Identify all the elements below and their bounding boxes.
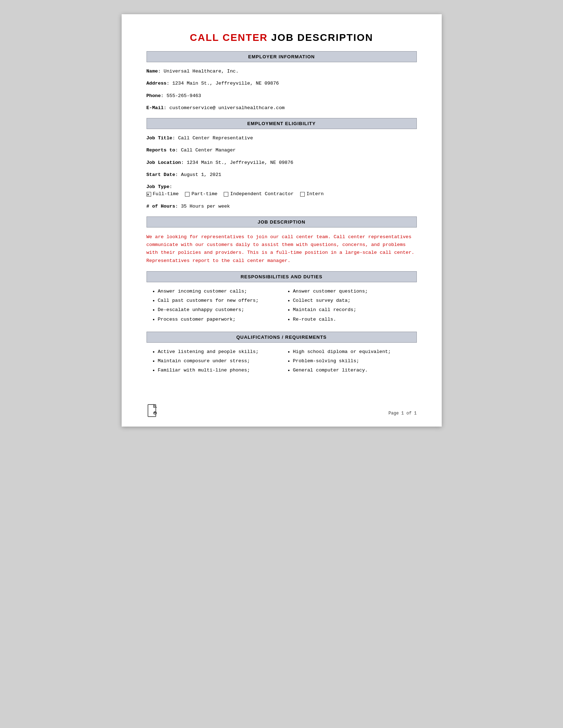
start-date-value: August 1, 2021 [181,172,221,177]
hours-value: 35 Hours per week [181,204,230,209]
address-value: 1234 Main St., Jeffreyville, NE 09876 [172,81,279,86]
list-item: General computer literacy. [293,367,417,374]
list-item: Re-route calls. [293,316,417,323]
list-item: Familiar with multi-line phones; [158,367,282,374]
responsibilities-list: Answer incoming customer calls; Call pas… [147,288,417,325]
list-item: Call past customers for new offers; [158,297,282,304]
list-item: High school diploma or equivalent; [293,348,417,355]
responsibilities-left-list: Answer incoming customer calls; Call pas… [150,288,282,323]
document-page: CALL CENTER JOB DESCRIPTION EMPLOYER INF… [122,14,442,427]
fulltime-checkbox[interactable] [147,192,151,197]
name-colon: : [158,69,164,74]
employer-info-section: EMPLOYER INFORMATION Name: Universal Hea… [147,51,417,112]
contractor-checkbox[interactable] [224,192,228,197]
phone-field-row: Phone: 555-265-9463 [147,92,417,100]
responsibilities-right-col: Answer customer questions; Collect surve… [282,288,417,325]
qualifications-right-col: High school diploma or equivalent; Probl… [282,348,417,376]
responsibilities-section: RESPONSIBILITIES AND DUTIES Answer incom… [147,271,417,325]
job-location-label: Job Location [147,160,181,165]
list-item: Collect survey data; [293,297,417,304]
employment-eligibility-section: EMPLOYMENT ELIGIBILITY Job Title: Call C… [147,118,417,210]
name-label: Name [147,69,158,74]
job-title-label: Job Title [147,135,172,141]
reports-to-field-row: Reports to: Call Center Manager [147,147,417,154]
qualifications-list: Active listening and people skills; Main… [147,348,417,376]
email-colon: : [164,105,169,111]
reports-to-value: Call Center Manager [181,148,236,153]
list-item: Problem-solving skills; [293,358,417,365]
fulltime-label: Full-time [153,191,179,198]
list-item: Active listening and people skills; [158,348,282,355]
email-value: customerservice@ universalhealthcare.com [169,105,285,111]
list-item: De-escalate unhappy customers; [158,306,282,314]
qualifications-right-list: High school diploma or equivalent; Probl… [285,348,417,374]
title-black: JOB DESCRIPTION [268,32,373,43]
name-field-row: Name: Universal Healthcare, Inc. [147,68,417,75]
page-number: Page 1 of 1 [388,411,416,416]
hours-label: # of Hours [147,204,175,209]
job-description-section: JOB DESCRIPTION We are looking for repre… [147,216,417,265]
job-description-text: We are looking for representatives to jo… [147,233,417,265]
name-value: Universal Healthcare, Inc. [164,69,239,74]
job-location-value: 1234 Main St., Jeffreyville, NE 09876 [187,160,293,165]
job-type-options: Full-time Part-time Independent Contract… [147,191,417,198]
employer-info-header: EMPLOYER INFORMATION [147,51,417,62]
list-item: Answer customer questions; [293,288,417,295]
intern-label: Intern [307,191,324,198]
qualifications-section: QUALIFICATIONS / REQUIREMENTS Active lis… [147,332,417,376]
start-date-field-row: Start Date: August 1, 2021 [147,171,417,178]
responsibilities-left-col: Answer incoming customer calls; Call pas… [147,288,282,325]
address-colon: : [166,81,172,86]
job-title-field-row: Job Title: Call Center Representative [147,135,417,142]
document-icon: e [147,403,159,418]
start-date-label: Start Date [147,172,175,177]
qualifications-header: QUALIFICATIONS / REQUIREMENTS [147,332,417,343]
list-item: Answer incoming customer calls; [158,288,282,295]
email-field-row: E-Mail: customerservice@ universalhealth… [147,105,417,112]
job-location-field-row: Job Location: 1234 Main St., Jeffreyvill… [147,159,417,166]
contractor-option: Independent Contractor [224,191,293,198]
intern-checkbox[interactable] [300,192,305,197]
contractor-label: Independent Contractor [230,191,293,198]
qualifications-left-col: Active listening and people skills; Main… [147,348,282,376]
phone-label: Phone [147,93,161,98]
phone-colon: : [161,93,166,98]
page-title: CALL CENTER JOB DESCRIPTION [147,32,417,43]
phone-value: 555-265-9463 [166,93,201,98]
responsibilities-header: RESPONSIBILITIES AND DUTIES [147,271,417,282]
email-label: E-Mail [147,105,164,111]
qualifications-left-list: Active listening and people skills; Main… [150,348,282,374]
list-item: Maintain composure under stress; [158,358,282,365]
page-footer: Page 1 of 1 [388,411,416,416]
hours-field-row: # of Hours: 35 Hours per week [147,203,417,210]
fulltime-option: Full-time [147,191,179,198]
responsibilities-right-list: Answer customer questions; Collect surve… [285,288,417,323]
title-red: CALL CENTER [190,32,268,43]
address-field-row: Address: 1234 Main St., Jeffreyville, NE… [147,80,417,87]
intern-option: Intern [300,191,324,198]
parttime-checkbox[interactable] [185,192,190,197]
job-type-field-row: Job Type: Full-time Part-time Independen… [147,183,417,198]
employment-eligibility-header: EMPLOYMENT ELIGIBILITY [147,118,417,129]
job-type-label: Job Type [147,184,170,189]
address-label: Address [147,81,167,86]
svg-text:e: e [154,412,156,415]
job-description-header: JOB DESCRIPTION [147,216,417,228]
parttime-label: Part-time [191,191,217,198]
job-title-value: Call Center Representative [178,135,253,141]
list-item: Process customer paperwork; [158,316,282,323]
list-item: Maintain call records; [293,306,417,314]
parttime-option: Part-time [185,191,217,198]
reports-to-label: Reports to [147,148,175,153]
